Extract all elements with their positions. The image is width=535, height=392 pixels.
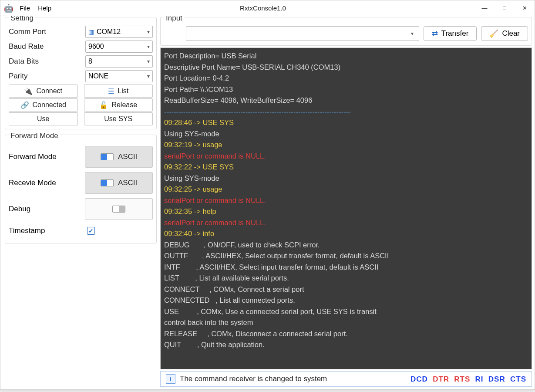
use-label: Use bbox=[37, 115, 49, 123]
connect-button[interactable]: 🔌Connect bbox=[9, 84, 78, 98]
console-line: control back into the system bbox=[164, 317, 528, 328]
command-input[interactable]: ▾ bbox=[186, 26, 419, 41]
clear-label: Clear bbox=[502, 29, 520, 38]
console-line: ----------------------------------------… bbox=[164, 106, 528, 118]
status-message: The command receiver is changed to syste… bbox=[180, 375, 406, 383]
comm-port-label: Comm Port bbox=[9, 27, 83, 36]
signal-rts: RTS bbox=[454, 375, 470, 383]
baud-rate-label: Baud Rate bbox=[9, 42, 83, 51]
data-bits-value: 8 bbox=[88, 57, 92, 65]
signal-dsr: DSR bbox=[488, 375, 505, 383]
switch-icon bbox=[112, 206, 125, 213]
forward-mode-title: Forward Mode bbox=[9, 132, 60, 140]
release-label: Release bbox=[111, 101, 137, 109]
console-line: 09:32:22 -> USE SYS bbox=[164, 162, 528, 173]
forward-mode-value: ASCII bbox=[118, 152, 137, 161]
comm-port-value: COM12 bbox=[97, 28, 121, 36]
console-line: Using SYS-mode bbox=[164, 128, 528, 140]
console-line: USE , COMx, Use a connected serial port,… bbox=[164, 306, 528, 318]
app-icon: 🤖 bbox=[4, 4, 13, 13]
use-sys-label: Use SYS bbox=[104, 115, 132, 123]
unlink-icon: 🔓 bbox=[99, 101, 108, 109]
chevron-down-icon[interactable]: ▾ bbox=[406, 27, 419, 41]
signal-ri: RI bbox=[475, 375, 484, 383]
transfer-label: Transfer bbox=[441, 29, 469, 38]
debug-toggle[interactable] bbox=[85, 198, 153, 220]
console-line: Descriptive Port Name= USB-SERIAL CH340 … bbox=[164, 62, 528, 73]
console-line: serialPort or command is NULL. bbox=[164, 217, 528, 229]
list-button[interactable]: ☰List bbox=[84, 84, 153, 98]
input-title: Input bbox=[164, 16, 184, 23]
connected-label: Connected bbox=[33, 101, 66, 109]
comm-port-select[interactable]: ▥ COM12 ▾ bbox=[85, 26, 153, 38]
console-line: serialPort or command is NULL. bbox=[164, 151, 528, 162]
console-line: CONNECTED , List all connected ports. bbox=[164, 295, 528, 306]
release-button[interactable]: 🔓Release bbox=[84, 98, 153, 112]
forward-mode-group: Forward Mode Forward Mode ASCII Recevie … bbox=[5, 135, 157, 243]
status-bar: i The command receiver is changed to sys… bbox=[160, 371, 532, 387]
console-line: DEBUG , ON/OFF, used to check SCPI error… bbox=[164, 240, 528, 251]
forward-mode-toggle[interactable]: ASCII bbox=[85, 146, 153, 168]
connected-button[interactable]: 🔗Connected bbox=[9, 98, 78, 112]
plug-icon: 🔌 bbox=[24, 87, 33, 95]
console-line: RELEASE , COMx, Disconnect a connected s… bbox=[164, 328, 528, 340]
console-line: QUIT , Quit the application. bbox=[164, 339, 528, 351]
baud-rate-select[interactable]: 9600 ▾ bbox=[85, 41, 153, 53]
console-line: INTF , ASCII/HEX, Select input transfer … bbox=[164, 262, 528, 273]
clear-button[interactable]: 🧹 Clear bbox=[481, 26, 528, 41]
parity-select[interactable]: NONE ▾ bbox=[85, 70, 153, 82]
console-line: 09:32:25 -> usage bbox=[164, 184, 528, 195]
chevron-down-icon: ▾ bbox=[147, 44, 150, 50]
console-line: 09:32:40 -> info bbox=[164, 228, 528, 240]
console-line: 09:32:35 -> help bbox=[164, 206, 528, 217]
signal-flags: DCD DTR RTS RI DSR CTS bbox=[411, 375, 526, 384]
right-panel: Input ▾ ⇄ Transfer 🧹 Clear P bbox=[159, 16, 535, 389]
transfer-icon: ⇄ bbox=[432, 29, 438, 38]
receive-mode-label: Recevie Mode bbox=[9, 179, 85, 187]
app-window: 🤖 File Help RxtxConsole1.0 — □ ✕ Setting… bbox=[0, 0, 535, 390]
minimize-button[interactable]: — bbox=[474, 0, 495, 16]
transfer-button[interactable]: ⇄ Transfer bbox=[424, 26, 477, 41]
chevron-down-icon: ▾ bbox=[147, 29, 150, 35]
parity-label: Parity bbox=[9, 72, 83, 81]
receive-mode-toggle[interactable]: ASCII bbox=[85, 172, 153, 194]
menu-help[interactable]: Help bbox=[38, 4, 51, 12]
data-bits-label: Data Bits bbox=[9, 57, 83, 66]
switch-icon bbox=[101, 153, 114, 160]
console-line: Port Path= \\.\COM13 bbox=[164, 84, 528, 95]
baud-rate-value: 9600 bbox=[88, 43, 104, 51]
port-icon: ▥ bbox=[88, 28, 94, 35]
forward-mode-label: Forward Mode bbox=[9, 152, 85, 161]
console-output[interactable]: Port Description= USB SerialDescriptive … bbox=[160, 47, 532, 369]
console-line: OUTTF , ASCII/HEX, Select output transfe… bbox=[164, 250, 528, 262]
signal-cts: CTS bbox=[510, 375, 526, 383]
console-line: ReadBufferSize= 4096, WriteBufferSize= 4… bbox=[164, 95, 528, 106]
link-icon: 🔗 bbox=[20, 101, 29, 109]
console-line: LIST , List all available serial ports. bbox=[164, 273, 528, 284]
info-icon: i bbox=[166, 374, 175, 384]
signal-dcd: DCD bbox=[411, 375, 428, 383]
console-line: 09:32:19 -> usage bbox=[164, 139, 528, 151]
titlebar: 🤖 File Help RxtxConsole1.0 — □ ✕ bbox=[0, 0, 535, 16]
debug-label: Debug bbox=[9, 205, 85, 213]
maximize-button[interactable]: □ bbox=[495, 0, 515, 16]
console-line: CONNECT , COMx, Connect a serial port bbox=[164, 284, 528, 295]
left-panel: Setting Comm Port ▥ COM12 ▾ Baud Rate 9 bbox=[0, 16, 159, 389]
menu-file[interactable]: File bbox=[20, 4, 30, 12]
console-line: serialPort or command is NULL. bbox=[164, 195, 528, 206]
close-button[interactable]: ✕ bbox=[515, 0, 535, 16]
chevron-down-icon: ▾ bbox=[147, 58, 150, 64]
list-label: List bbox=[118, 87, 128, 95]
window-title: RxtxConsole1.0 bbox=[51, 4, 474, 12]
input-group: Input ▾ ⇄ Transfer 🧹 Clear bbox=[160, 17, 532, 46]
console-line: Port Description= USB Serial bbox=[164, 51, 528, 62]
timestamp-checkbox[interactable]: ✓ bbox=[87, 227, 95, 235]
switch-icon bbox=[101, 179, 114, 186]
setting-group: Setting Comm Port ▥ COM12 ▾ Baud Rate 9 bbox=[5, 17, 157, 129]
use-button[interactable]: Use bbox=[9, 112, 78, 125]
signal-dtr: DTR bbox=[433, 375, 449, 383]
data-bits-select[interactable]: 8 ▾ bbox=[85, 55, 153, 68]
use-sys-button[interactable]: Use SYS bbox=[84, 112, 153, 125]
broom-icon: 🧹 bbox=[489, 29, 498, 38]
receive-mode-value: ASCII bbox=[118, 179, 137, 187]
